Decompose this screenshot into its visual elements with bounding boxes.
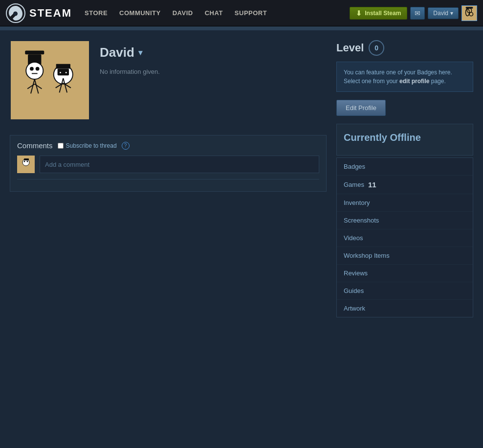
nav-community[interactable]: COMMUNITY (118, 7, 162, 19)
status-text: Currently Offline (344, 132, 466, 143)
level-label: Level (336, 42, 364, 54)
help-icon[interactable]: ? (122, 142, 130, 150)
svg-point-1 (14, 12, 17, 15)
profile-left: David ▾ No information given. Comments S… (10, 40, 327, 441)
badge-info-line1: You can feature one of your Badges here. (344, 69, 452, 76)
comment-input-row (17, 156, 319, 173)
sidebar-links: Badges Games 11 Inventory Screenshots Vi… (336, 157, 473, 317)
chevron-down-icon: ▾ (450, 10, 453, 17)
level-header: Level 0 (336, 40, 473, 56)
user-avatar-small[interactable] (461, 5, 477, 21)
edit-profile-button[interactable]: Edit Profile (336, 100, 386, 116)
username-dropdown-arrow[interactable]: ▾ (138, 48, 142, 57)
svg-rect-7 (11, 41, 89, 119)
games-label: Games (344, 181, 364, 188)
download-icon: ⬇ (356, 9, 362, 17)
sidebar-link-reviews[interactable]: Reviews (337, 265, 473, 282)
profile-avatar (10, 40, 90, 120)
sub-header (0, 26, 483, 30)
badge-info-box: You can feature one of your Badges here.… (336, 62, 473, 92)
avatar-art (11, 41, 89, 119)
nav-david[interactable]: DAVID (172, 7, 194, 19)
comment-input[interactable] (40, 156, 319, 173)
svg-rect-31 (24, 158, 29, 160)
nav-store[interactable]: STORE (84, 7, 109, 19)
steam-logo[interactable]: STEAM (6, 3, 72, 23)
sidebar-link-games[interactable]: Games 11 (337, 176, 473, 194)
nav-support[interactable]: SUPPORT (234, 7, 268, 19)
install-steam-button[interactable]: ⬇ Install Steam (350, 7, 407, 20)
subscribe-label[interactable]: Subscribe to thread (58, 142, 117, 149)
subscribe-checkbox[interactable] (58, 143, 64, 149)
sidebar-link-artwork[interactable]: Artwork (337, 300, 473, 317)
level-value: 0 (374, 44, 378, 52)
profile-username: David ▾ (100, 45, 160, 60)
svg-point-11 (30, 67, 34, 71)
edit-profile-link[interactable]: edit profile (399, 78, 429, 85)
comment-divider (17, 179, 319, 179)
status-box: Currently Offline (336, 124, 473, 156)
sidebar-link-workshop[interactable]: Workshop Items (337, 247, 473, 265)
sidebar-link-videos[interactable]: Videos (337, 229, 473, 247)
svg-point-33 (27, 161, 28, 162)
level-section: Level 0 You can feature one of your Badg… (336, 40, 473, 116)
steam-wordmark: STEAM (29, 7, 72, 20)
avatar-svg (11, 41, 89, 119)
svg-point-12 (36, 67, 40, 71)
sidebar-link-inventory[interactable]: Inventory (337, 194, 473, 212)
badge-info-line3: page. (429, 78, 445, 85)
username-text: David (100, 45, 134, 60)
top-bar-left: STEAM STORE COMMUNITY DAVID CHAT SUPPORT (6, 3, 268, 23)
subscribe-text: Subscribe to thread (66, 142, 117, 149)
svg-rect-19 (56, 64, 70, 69)
svg-point-23 (60, 72, 61, 73)
main-content: David ▾ No information given. Comments S… (0, 30, 483, 448)
comments-label: Comments (17, 141, 53, 150)
sidebar-link-badges[interactable]: Badges (337, 158, 473, 176)
avatar-art-small (462, 6, 477, 21)
sidebar-link-guides[interactable]: Guides (337, 282, 473, 300)
sidebar-link-screenshots[interactable]: Screenshots (337, 212, 473, 229)
comments-header: Comments Subscribe to thread ? (17, 141, 319, 150)
comment-avatar (17, 156, 35, 173)
top-bar: STEAM STORE COMMUNITY DAVID CHAT SUPPORT… (0, 0, 483, 26)
profile-bio: No information given. (100, 68, 160, 75)
user-menu-label: David (433, 10, 448, 17)
user-menu-button[interactable]: David ▾ (428, 7, 459, 19)
svg-point-10 (26, 62, 43, 79)
profile-header: David ▾ No information given. (10, 40, 327, 120)
comments-section: Comments Subscribe to thread ? (10, 135, 327, 192)
level-badge: 0 (369, 40, 384, 56)
svg-point-32 (24, 161, 25, 162)
profile-right: Level 0 You can feature one of your Badg… (336, 40, 473, 441)
nav-chat[interactable]: CHAT (204, 7, 224, 19)
comment-avatar-art (17, 156, 35, 173)
top-nav: STORE COMMUNITY DAVID CHAT SUPPORT (84, 7, 268, 19)
steam-logo-icon (6, 3, 25, 23)
profile-info: David ▾ No information given. (100, 40, 160, 75)
install-steam-label: Install Steam (365, 10, 401, 17)
badge-info-line2: Select one from your (344, 78, 399, 85)
svg-point-24 (66, 72, 67, 73)
svg-rect-8 (25, 51, 44, 55)
top-bar-right: ⬇ Install Steam ✉ David ▾ (350, 5, 477, 21)
svg-rect-4 (466, 6, 473, 8)
mail-button[interactable]: ✉ (410, 7, 425, 20)
games-count: 11 (368, 180, 376, 189)
